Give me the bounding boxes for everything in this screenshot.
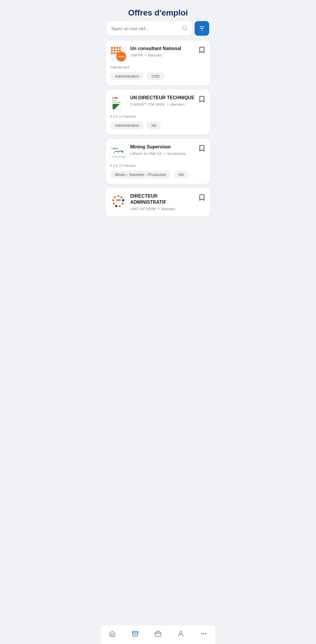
- company-logo-2: ITM Audit& Conseils: [110, 95, 127, 111]
- header: Offres d'emploi: [101, 0, 215, 21]
- svg-point-12: [121, 196, 123, 198]
- svg-point-18: [112, 199, 114, 201]
- search-input[interactable]: [111, 26, 182, 31]
- jobs-list: UNFPA Un consultant National UNFPA • Bam…: [101, 40, 215, 216]
- bookmark-button-3[interactable]: [198, 144, 206, 154]
- search-wrapper: [107, 21, 192, 36]
- search-row: [101, 21, 215, 40]
- job-tag-3-1: NA: [174, 171, 189, 179]
- svg-text:O: O: [118, 202, 119, 204]
- svg-point-13: [122, 199, 124, 201]
- company-logo-3: LMSA LITHIUM DU MALI SA: [110, 144, 127, 160]
- job-time-3: il y'a 17 heures: [110, 163, 206, 168]
- job-meta-2: CABINET ITM SARL • Bamako: [130, 102, 195, 107]
- job-tag-2-0: Administration: [110, 121, 144, 129]
- job-meta-3: Lithium du Mali SA • Goulamina: [130, 151, 195, 156]
- svg-text:LITHIUM DU MALI SA: LITHIUM DU MALI SA: [112, 156, 126, 158]
- job-tags-1: Administration CDD: [110, 72, 206, 80]
- svg-point-16: [115, 205, 117, 207]
- svg-line-1: [186, 29, 187, 30]
- job-time-1: maintenant: [110, 65, 206, 69]
- svg-point-7: [202, 30, 202, 30]
- svg-point-5: [200, 26, 201, 27]
- job-title-3: Mining Supervisor: [130, 144, 195, 150]
- company-logo-1: UNFPA: [110, 46, 127, 62]
- page-title: Offres d'emploi: [107, 8, 209, 18]
- job-card-4[interactable]: UMO O DIRECTEUR ADMINISTRATIF UMO INTERI…: [106, 188, 210, 216]
- bookmark-button-1[interactable]: [198, 46, 206, 56]
- job-info-2: UN DIRECTEUR TECHNIQUE CABINET ITM SARL …: [130, 95, 195, 107]
- job-tags-3: Mines – Industrie – Production NA: [110, 171, 206, 179]
- job-tag-3-0: Mines – Industrie – Production: [110, 171, 171, 179]
- bookmark-button-4[interactable]: [198, 193, 206, 203]
- job-tag-1-1: CDD: [147, 72, 164, 80]
- job-info-4: DIRECTEUR ADMINISTRATIF UMO INTERIM • Ba…: [130, 193, 195, 211]
- job-tag-1-0: Administration: [110, 72, 144, 80]
- job-tag-2-1: NA: [147, 121, 161, 129]
- job-card-3[interactable]: LMSA LITHIUM DU MALI SA Mining Superviso…: [106, 139, 210, 184]
- job-meta-4: UMO INTERIM • Bamako: [130, 207, 195, 211]
- job-tags-2: Administration NA: [110, 121, 206, 129]
- search-icon: [182, 25, 188, 32]
- job-meta-1: UNFPA • Bamako: [130, 53, 195, 57]
- svg-point-19: [114, 196, 116, 198]
- job-title-4: DIRECTEUR ADMINISTRATIF: [130, 193, 195, 205]
- company-logo-4: UMO O: [110, 193, 127, 210]
- job-info-1: Un consultant National UNFPA • Bamako: [130, 46, 195, 57]
- svg-text:LMSA: LMSA: [111, 147, 118, 150]
- job-info-3: Mining Supervisor Lithium du Mali SA • G…: [130, 144, 195, 156]
- svg-text:UMO: UMO: [116, 199, 121, 201]
- job-title-1: Un consultant National: [130, 46, 195, 52]
- svg-point-6: [202, 28, 203, 29]
- svg-point-14: [122, 203, 124, 205]
- job-card-2[interactable]: ITM Audit& Conseils UN DIRECTEUR TECHNIQ…: [106, 90, 210, 135]
- bookmark-button-2[interactable]: [198, 95, 206, 105]
- job-time-2: il y'a 13 heures: [110, 114, 206, 119]
- svg-point-15: [119, 205, 121, 207]
- svg-point-11: [118, 195, 120, 197]
- svg-point-17: [113, 203, 115, 205]
- job-card-1[interactable]: UNFPA Un consultant National UNFPA • Bam…: [106, 40, 210, 85]
- filter-button[interactable]: [195, 21, 209, 36]
- job-title-2: UN DIRECTEUR TECHNIQUE: [130, 95, 195, 101]
